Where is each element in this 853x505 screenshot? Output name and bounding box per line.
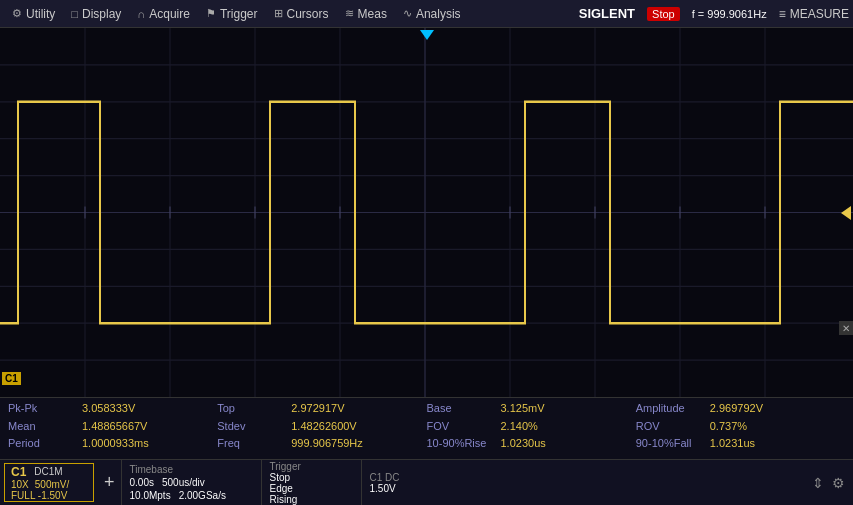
timebase-label: Timebase — [130, 464, 174, 475]
menu-cursors[interactable]: ⊞ Cursors — [266, 0, 337, 27]
timebase-memory: 10.0Mpts — [130, 490, 171, 501]
trigger-label: Trigger — [270, 461, 301, 472]
measure-header-label: ≡ MEASURE — [779, 7, 849, 21]
meas-base-label: Base — [427, 402, 497, 414]
analysis-icon: ∿ — [403, 7, 412, 20]
ch1-dc-section: C1 DC 1.50V — [361, 460, 408, 505]
ch1-title: C1 — [11, 465, 26, 479]
meas-fov-value: 2.140% — [501, 420, 538, 432]
utility-icon: ⚙ — [12, 7, 22, 20]
meas-fall-value: 1.0231us — [710, 437, 755, 449]
menu-utility-label: Utility — [26, 7, 55, 21]
meas-amplitude: Amplitude 2.969792V — [636, 402, 845, 420]
meas-freq: Freq 999.906759Hz — [217, 437, 426, 455]
meas-stdev: Stdev 1.48262600V — [217, 420, 426, 438]
trigger-icon: ⚑ — [206, 7, 216, 20]
meas-amplitude-value: 2.969792V — [710, 402, 763, 414]
cursors-icon: ⊞ — [274, 7, 283, 20]
ch1-scope-label: C1 — [2, 372, 21, 385]
measurements-close-button[interactable]: ✕ — [839, 321, 853, 335]
waveform-area[interactable]: C1 ✕ — [0, 28, 853, 397]
measure-header-text: MEASURE — [790, 7, 849, 21]
meas-fov-label: FOV — [427, 420, 497, 432]
meas-fall-label: 90-10%Fall — [636, 437, 706, 449]
freq-value: 999.9061Hz — [707, 8, 766, 20]
add-channel-button[interactable]: + — [98, 460, 121, 505]
meas-rov-value: 0.737% — [710, 420, 747, 432]
ch1-scale: 500mV/ — [35, 479, 69, 490]
meas-base-value: 3.125mV — [501, 402, 545, 414]
meas-fov: FOV 2.140% — [427, 420, 636, 438]
trigger-position-arrow — [420, 30, 434, 40]
display-icon: □ — [71, 8, 78, 20]
menu-trigger-label: Trigger — [220, 7, 258, 21]
meas-rise-label: 10-90%Rise — [427, 437, 497, 449]
meas-rov-label: ROV — [636, 420, 706, 432]
menu-trigger[interactable]: ⚑ Trigger — [198, 0, 266, 27]
meas-base: Base 3.125mV — [427, 402, 636, 420]
scope-container: C1 ✕ Pk-Pk 3.058333V Top 2.972917V Base … — [0, 28, 853, 505]
oscilloscope-display — [0, 28, 853, 397]
trigger-level-arrow — [841, 206, 851, 220]
menu-analysis[interactable]: ∿ Analysis — [395, 0, 469, 27]
menu-acquire[interactable]: ∩ Acquire — [129, 0, 198, 27]
trigger-source: Rising — [270, 494, 298, 505]
brand-name: SIGLENT — [579, 6, 635, 21]
meas-pkpk-label: Pk-Pk — [8, 402, 78, 414]
meas-period-value: 1.0000933ms — [82, 437, 149, 449]
meas-period: Period 1.0000933ms — [8, 437, 217, 455]
menu-analysis-label: Analysis — [416, 7, 461, 21]
ch1-dc-value: 1.50V — [370, 483, 396, 494]
meas-icon: ≋ — [345, 7, 354, 20]
menu-display-label: Display — [82, 7, 121, 21]
freq-label: f = — [692, 8, 705, 20]
status-badge: Stop — [647, 7, 680, 21]
meas-mean-label: Mean — [8, 420, 78, 432]
trigger-status: Stop — [270, 472, 291, 483]
ch1-coupling: DC1M — [34, 466, 62, 477]
menubar: ⚙ Utility □ Display ∩ Acquire ⚑ Trigger … — [0, 0, 853, 28]
ch1-info-box: C1 DC1M 10X 500mV/ FULL -1.50V — [4, 463, 94, 502]
menu-meas-label: Meas — [358, 7, 387, 21]
timebase-delay: 0.00s — [130, 477, 154, 488]
meas-pkpk: Pk-Pk 3.058333V — [8, 402, 217, 420]
menu-meas[interactable]: ≋ Meas — [337, 0, 395, 27]
measure-icon: ≡ — [779, 7, 786, 21]
usb-icon[interactable]: ⇕ — [810, 473, 826, 493]
top-right-info: SIGLENT Stop f = 999.9061Hz ≡ MEASURE — [579, 6, 849, 21]
meas-top-label: Top — [217, 402, 287, 414]
meas-mean: Mean 1.48865667V — [8, 420, 217, 438]
meas-freq-value: 999.906759Hz — [291, 437, 363, 449]
trigger-type: Edge — [270, 483, 293, 494]
settings-icon[interactable]: ⚙ — [830, 473, 847, 493]
menu-utility[interactable]: ⚙ Utility — [4, 0, 63, 27]
ch1-offset: FULL -1.50V — [11, 490, 67, 501]
trigger-section: Trigger Stop Edge Rising — [261, 460, 361, 505]
meas-top-value: 2.972917V — [291, 402, 344, 414]
timebase-per-div: 500us/div — [162, 477, 205, 488]
meas-period-label: Period — [8, 437, 78, 449]
menu-display[interactable]: □ Display — [63, 0, 129, 27]
meas-stdev-label: Stdev — [217, 420, 287, 432]
timebase-section: Timebase 0.00s 500us/div 10.0Mpts 2.00GS… — [121, 460, 261, 505]
meas-amplitude-label: Amplitude — [636, 402, 706, 414]
meas-rov: ROV 0.737% — [636, 420, 845, 438]
meas-mean-value: 1.48865667V — [82, 420, 147, 432]
meas-freq-label: Freq — [217, 437, 287, 449]
status-bar: C1 DC1M 10X 500mV/ FULL -1.50V + Timebas… — [0, 459, 853, 505]
meas-rise-value: 1.0230us — [501, 437, 546, 449]
menu-cursors-label: Cursors — [287, 7, 329, 21]
measurements-panel: Pk-Pk 3.058333V Top 2.972917V Base 3.125… — [0, 397, 853, 459]
meas-stdev-value: 1.48262600V — [291, 420, 356, 432]
timebase-sample-rate: 2.00GSa/s — [179, 490, 226, 501]
meas-pkpk-value: 3.058333V — [82, 402, 135, 414]
ch1-probe: 10X — [11, 479, 29, 490]
frequency-display: f = 999.9061Hz — [692, 8, 767, 20]
meas-fall: 90-10%Fall 1.0231us — [636, 437, 845, 455]
ch1-dc-label: C1 DC — [370, 472, 400, 483]
acquire-icon: ∩ — [137, 8, 145, 20]
right-icons: ⇕ ⚙ — [810, 460, 853, 505]
meas-top: Top 2.972917V — [217, 402, 426, 420]
menu-acquire-label: Acquire — [149, 7, 190, 21]
meas-rise: 10-90%Rise 1.0230us — [427, 437, 636, 455]
